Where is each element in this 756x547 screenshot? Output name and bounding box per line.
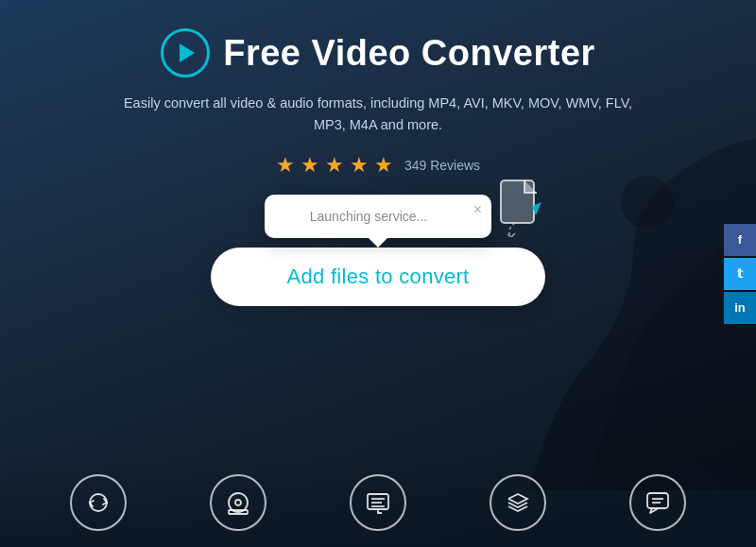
star-4: ★ (350, 153, 369, 178)
layers-icon-btn[interactable] (490, 474, 546, 531)
star-3: ★ (325, 153, 344, 178)
linkedin-icon: in (734, 300, 746, 315)
tooltip-popup: Launching service... × (265, 195, 491, 238)
twitter-button[interactable]: 𝕥 (724, 258, 756, 290)
twitter-icon: 𝕥 (737, 266, 743, 281)
tooltip-text: Launching service... (310, 209, 428, 224)
star-1: ★ (276, 153, 295, 178)
social-sidebar: f 𝕥 in (724, 224, 756, 324)
star-2: ★ (301, 153, 319, 178)
tooltip-close-button[interactable]: × (473, 202, 482, 217)
facebook-button[interactable]: f (724, 224, 756, 256)
convert-icon-btn[interactable] (70, 474, 127, 531)
chat-icon-btn[interactable] (629, 474, 686, 531)
logo-icon (161, 28, 210, 77)
bottom-bar (0, 457, 756, 547)
facebook-icon: f (738, 232, 742, 247)
linkedin-button[interactable]: in (724, 292, 756, 324)
app-subtitle: Easily convert all video & audio formats… (123, 93, 633, 136)
tooltip-container: Launching service... × (265, 195, 491, 238)
app-title: Free Video Converter (223, 33, 595, 74)
svg-rect-9 (647, 493, 668, 508)
title-row: Free Video Converter (161, 28, 595, 77)
svg-point-3 (235, 500, 241, 505)
stars-row: ★ ★ ★ ★ ★ 349 Reviews (276, 153, 480, 178)
subtitles-icon-btn[interactable] (350, 474, 406, 531)
reviews-count: 349 Reviews (404, 158, 480, 173)
star-5: ★ (374, 153, 393, 178)
file-icon-float (496, 176, 548, 232)
add-files-button[interactable]: Add files to convert (211, 248, 544, 306)
svg-point-2 (229, 493, 248, 512)
dvd-icon-btn[interactable] (210, 474, 266, 531)
